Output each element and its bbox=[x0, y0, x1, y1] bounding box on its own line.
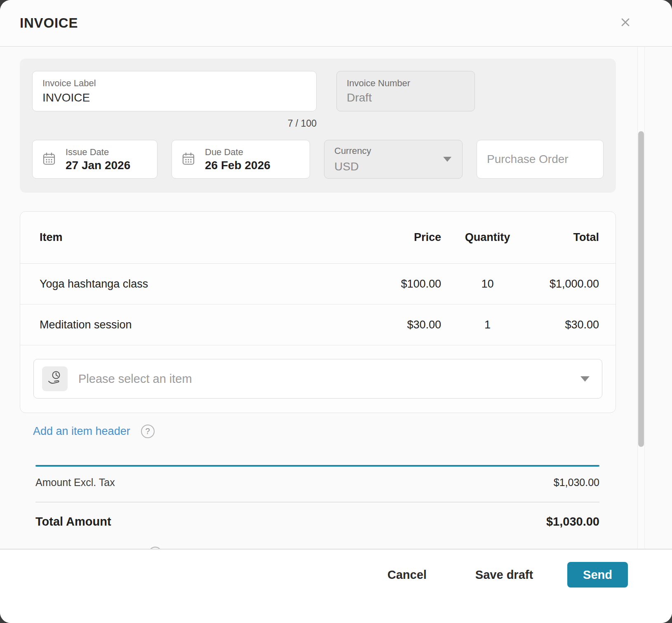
purchase-order-input[interactable] bbox=[487, 153, 593, 166]
save-draft-button[interactable]: Save draft bbox=[475, 562, 533, 588]
page-title: INVOICE bbox=[20, 15, 78, 31]
invoice-label-caption: Invoice Label bbox=[42, 78, 306, 89]
item-price: $100.00 bbox=[309, 278, 441, 290]
column-header-quantity: Quantity bbox=[441, 231, 534, 244]
due-date-field[interactable]: Due Date 26 Feb 2026 bbox=[172, 140, 310, 179]
chevron-down-icon bbox=[443, 157, 451, 162]
calendar-icon bbox=[42, 151, 56, 168]
currency-select: Currency USD bbox=[324, 140, 463, 179]
column-header-item: Item bbox=[20, 231, 309, 244]
issue-date-field[interactable]: Issue Date 27 Jan 2026 bbox=[32, 140, 157, 179]
item-name: Meditation session bbox=[20, 319, 309, 331]
issue-date-value: 27 Jan 2026 bbox=[66, 159, 130, 172]
amount-excl-tax-value: $1,030.00 bbox=[554, 477, 599, 488]
item-name: Yoga hashtanga class bbox=[20, 278, 309, 290]
modal-content: Invoice Label Invoice Number Draft 7 / 1… bbox=[0, 47, 672, 549]
close-icon bbox=[618, 15, 632, 31]
amount-excl-tax-label: Amount Excl. Tax bbox=[35, 477, 115, 488]
items-table: Item Price Quantity Total Yoga hashtanga… bbox=[20, 211, 616, 413]
invoice-number-value: Draft bbox=[347, 91, 465, 104]
currency-value: USD bbox=[334, 160, 371, 173]
clipped-link-row: Add a tax or discount ? bbox=[20, 541, 616, 549]
item-total: $1,000.00 bbox=[534, 278, 616, 290]
invoice-label-field[interactable]: Invoice Label bbox=[32, 71, 317, 111]
invoice-number-caption: Invoice Number bbox=[347, 78, 465, 89]
amount-excl-tax-row: Amount Excl. Tax $1,030.00 bbox=[35, 477, 599, 488]
due-date-caption: Due Date bbox=[205, 147, 270, 158]
item-select-placeholder: Please select an item bbox=[78, 372, 580, 386]
hand-clock-icon bbox=[47, 370, 63, 388]
table-header-row: Item Price Quantity Total bbox=[20, 212, 616, 264]
total-amount-value: $1,030.00 bbox=[546, 515, 599, 529]
item-quantity: 1 bbox=[441, 319, 534, 331]
item-price: $30.00 bbox=[309, 319, 441, 331]
totals-divider bbox=[35, 502, 599, 503]
modal-header: INVOICE bbox=[0, 0, 672, 47]
invoice-label-input[interactable] bbox=[42, 91, 306, 104]
service-item-icon-tile bbox=[42, 366, 68, 391]
column-header-price: Price bbox=[309, 231, 441, 244]
send-button[interactable]: Send bbox=[567, 562, 628, 588]
calendar-icon bbox=[181, 151, 196, 168]
purchase-order-field[interactable] bbox=[477, 140, 604, 179]
chevron-down-icon bbox=[580, 376, 590, 382]
currency-caption: Currency bbox=[334, 146, 371, 156]
due-date-value: 26 Feb 2026 bbox=[205, 159, 270, 172]
modal-footer: Cancel Save draft Send bbox=[0, 549, 672, 623]
item-total: $30.00 bbox=[534, 319, 616, 331]
total-amount-row: Total Amount $1,030.00 bbox=[35, 515, 599, 529]
close-button[interactable] bbox=[618, 16, 632, 30]
totals-accent-rule bbox=[35, 465, 599, 467]
character-counter: 7 / 100 bbox=[32, 118, 317, 129]
item-quantity: 10 bbox=[441, 278, 534, 290]
table-row[interactable]: Yoga hashtanga class $100.00 10 $1,000.0… bbox=[20, 264, 616, 304]
invoice-form-panel: Invoice Label Invoice Number Draft 7 / 1… bbox=[20, 59, 616, 193]
table-row[interactable]: Meditation session $30.00 1 $30.00 bbox=[20, 304, 616, 345]
scrollbar-thumb[interactable] bbox=[638, 131, 644, 447]
help-icon[interactable]: ? bbox=[141, 425, 155, 438]
add-item-header-row: Add an item header ? bbox=[20, 424, 616, 439]
invoice-modal: INVOICE Invoice Label Invoice Number Dra… bbox=[0, 0, 672, 623]
cancel-button[interactable]: Cancel bbox=[388, 562, 427, 588]
add-item-header-link[interactable]: Add an item header bbox=[33, 425, 130, 438]
item-select-dropdown[interactable]: Please select an item bbox=[33, 359, 602, 399]
invoice-number-field: Invoice Number Draft bbox=[336, 71, 475, 111]
column-header-total: Total bbox=[534, 231, 616, 244]
issue-date-caption: Issue Date bbox=[66, 147, 130, 158]
total-amount-label: Total Amount bbox=[35, 515, 111, 529]
